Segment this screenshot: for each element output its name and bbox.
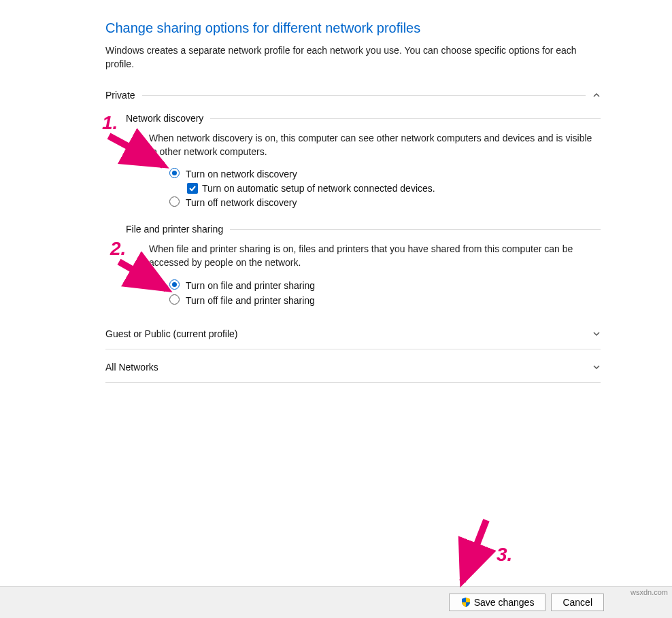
divider xyxy=(142,95,586,96)
divider xyxy=(105,349,601,349)
profile-label-guest: Guest or Public (current profile) xyxy=(105,328,238,339)
radio-nd-on[interactable]: Turn on network discovery xyxy=(169,168,601,180)
section-network-discovery: Network discovery When network discovery… xyxy=(126,113,601,209)
divider xyxy=(230,229,601,230)
radio-nd-on-label: Turn on network discovery xyxy=(186,169,297,179)
radio-fp-off-label: Turn off file and printer sharing xyxy=(186,295,315,306)
arrow-icon xyxy=(449,517,524,591)
radio-nd-off[interactable]: Turn off network discovery xyxy=(169,196,601,209)
chevron-down-icon xyxy=(592,330,601,338)
chevron-down-icon xyxy=(592,363,601,371)
check-nd-auto[interactable]: Turn on automatic setup of network conne… xyxy=(187,183,601,194)
radio-nd-off-label: Turn off network discovery xyxy=(186,197,297,208)
radio-fp-off[interactable]: Turn off file and printer sharing xyxy=(169,294,601,307)
section-title-fp: File and printer sharing xyxy=(126,224,223,235)
divider xyxy=(105,382,601,383)
checkbox-checked-icon xyxy=(187,183,198,194)
divider xyxy=(210,118,601,119)
shield-icon xyxy=(460,597,471,608)
footer-bar: Save changes Cancel xyxy=(0,586,672,618)
save-button-label: Save changes xyxy=(474,597,535,608)
save-button[interactable]: Save changes xyxy=(449,594,546,611)
section-desc-nd: When network discovery is on, this compu… xyxy=(149,132,601,158)
page-description: Windows creates a separate network profi… xyxy=(105,44,601,71)
radio-fp-on-label: Turn on file and printer sharing xyxy=(186,280,315,291)
section-desc-fp: When file and printer sharing is on, fil… xyxy=(149,243,601,269)
radio-icon xyxy=(169,294,180,305)
cancel-button[interactable]: Cancel xyxy=(551,594,604,611)
page-title: Change sharing options for different net… xyxy=(105,20,601,36)
watermark: wsxdn.com xyxy=(631,588,668,596)
profile-label-private: Private xyxy=(105,90,135,101)
radio-icon xyxy=(169,279,180,290)
annotation-3-number: 3. xyxy=(497,544,512,566)
profile-header-private[interactable]: Private xyxy=(105,84,601,106)
profile-label-all: All Networks xyxy=(105,362,158,373)
radio-icon xyxy=(169,168,180,178)
section-title-nd: Network discovery xyxy=(126,113,203,124)
svg-line-2 xyxy=(463,520,486,581)
check-nd-auto-label: Turn on automatic setup of network conne… xyxy=(202,183,435,194)
profile-header-guest[interactable]: Guest or Public (current profile) xyxy=(105,322,601,346)
profile-header-all[interactable]: All Networks xyxy=(105,355,601,379)
radio-icon xyxy=(169,196,180,207)
radio-fp-on[interactable]: Turn on file and printer sharing xyxy=(169,279,601,292)
chevron-up-icon xyxy=(592,91,601,99)
cancel-button-label: Cancel xyxy=(562,597,592,608)
section-file-printer: File and printer sharing When file and p… xyxy=(126,224,601,306)
annotation-3: 3. xyxy=(449,517,524,591)
